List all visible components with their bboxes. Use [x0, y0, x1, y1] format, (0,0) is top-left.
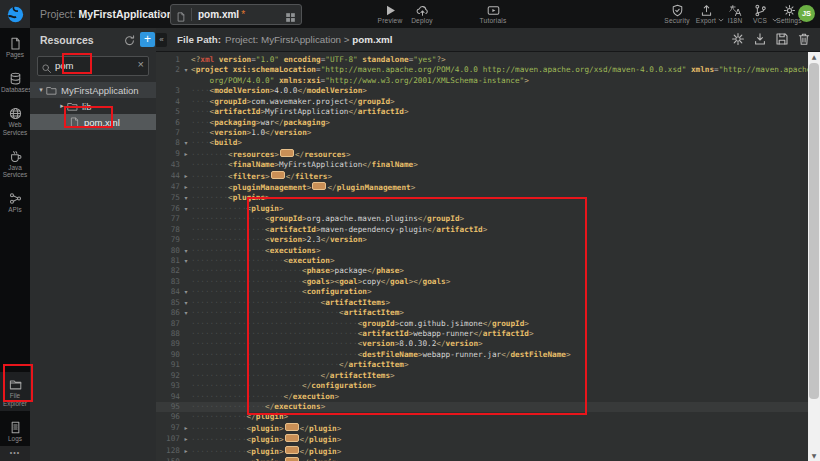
code-text[interactable]: ····························</artifactIt… — [190, 371, 819, 381]
tab-pom-xml[interactable]: pom.xml * — [170, 4, 302, 25]
save-icon[interactable] — [775, 32, 789, 46]
fold-marker-icon[interactable]: ▸ — [182, 434, 190, 444]
sidebar-item-databases[interactable]: Databases — [0, 66, 30, 97]
fold-marker-icon[interactable]: ▾ — [182, 298, 190, 308]
sidebar-item-file-explorer[interactable]: File Explorer — [0, 372, 30, 410]
code-text[interactable]: ········<finalName>MyFirstApplication</f… — [190, 160, 819, 170]
grid-icon[interactable] — [285, 9, 296, 20]
scrollbar-up-icon[interactable]: ▲ — [808, 52, 820, 62]
clear-search-icon[interactable]: × — [138, 58, 144, 70]
code-text[interactable]: ············<plugin></plugin> — [190, 457, 819, 461]
fold-marker-icon[interactable]: ▸ — [182, 149, 190, 159]
code-text[interactable]: ····<modelVersion>4.0.0</modelVersion> — [190, 86, 819, 96]
code-text[interactable]: ························<goals><goal>cop… — [190, 277, 819, 287]
code-text[interactable]: ································</artifa… — [190, 360, 819, 370]
fold-marker-icon[interactable]: ▸ — [182, 423, 190, 433]
scrollbar-down-icon[interactable]: ▼ — [808, 451, 820, 461]
download-icon[interactable] — [753, 32, 767, 46]
code-text[interactable]: <?xml version="1.0" encoding="UTF-8" sta… — [190, 55, 819, 65]
search-input[interactable] — [55, 57, 130, 73]
fold-marker-icon[interactable]: ▾ — [182, 256, 190, 266]
code-text[interactable]: ····························<artifactIte… — [190, 298, 819, 308]
code-text[interactable]: ····<version>1.0</version> — [190, 128, 819, 138]
scrollbar-thumb[interactable] — [809, 63, 819, 399]
user-avatar[interactable]: JS — [798, 5, 815, 22]
sidebar-item-pages[interactable]: Pages — [0, 31, 30, 62]
code-text[interactable]: ····<groupId>com.wavemaker.project</grou… — [190, 97, 819, 107]
fold-marker-icon[interactable]: ▸ — [182, 182, 190, 192]
code-editor[interactable]: 1<?xml version="1.0" encoding="UTF-8" st… — [156, 52, 820, 461]
preview-play-icon — [384, 3, 397, 16]
fold-marker-icon[interactable]: ▾ — [182, 287, 190, 297]
code-text[interactable]: ························<phase>package</… — [190, 266, 819, 276]
code-text[interactable]: ····················<execution> — [190, 256, 819, 266]
code-text[interactable]: ····································<des… — [190, 350, 819, 360]
folded-code-pill[interactable] — [280, 149, 294, 157]
sidebar-item-logs[interactable]: Logs — [0, 415, 30, 446]
tree-item-lib[interactable]: ▸ lib — [30, 98, 156, 114]
folded-code-pill[interactable] — [312, 182, 326, 190]
code-text[interactable]: ············<plugin> — [190, 204, 819, 214]
file-icon — [176, 9, 186, 21]
code-text[interactable]: ································<artifac… — [190, 308, 819, 318]
code-text[interactable]: ····································<ver… — [190, 339, 819, 349]
add-resource-button[interactable]: + — [140, 32, 155, 47]
code-text[interactable]: ····<build> — [190, 138, 819, 148]
fold-marker-icon[interactable]: ▾ — [182, 193, 190, 203]
code-text[interactable]: ············<plugin></plugin> — [190, 434, 819, 445]
code-text[interactable]: ········<filters></filters> — [190, 171, 819, 182]
code-text[interactable]: ············</plugin> — [190, 412, 819, 422]
code-text[interactable]: ············<plugin></plugin> — [190, 446, 819, 457]
sidebar-item-java-services[interactable]: Java Services — [0, 144, 30, 182]
trash-icon[interactable] — [797, 32, 811, 46]
code-text[interactable]: ····································<gro… — [190, 319, 819, 329]
fold-marker-icon[interactable]: ▸ — [182, 171, 190, 181]
code-line: 93························</configuratio… — [156, 381, 820, 391]
code-text[interactable]: ············<plugin></plugin> — [190, 423, 819, 434]
refresh-icon[interactable] — [123, 33, 136, 46]
fold-marker-icon[interactable]: ▸ — [182, 457, 190, 461]
expanded-arrow-icon[interactable]: ▾ — [36, 86, 46, 94]
sidebar-item-apis[interactable]: APIs — [0, 186, 30, 217]
fold-marker-icon[interactable]: ▾ — [182, 65, 190, 75]
code-text[interactable]: ················<version>2.3</version> — [190, 235, 819, 245]
deploy-button[interactable]: Deploy — [402, 3, 442, 27]
folded-code-pill[interactable] — [285, 446, 299, 454]
code-text[interactable]: ····································<art… — [190, 329, 819, 339]
code-text[interactable]: ········<resources></resources> — [190, 149, 819, 160]
code-text[interactable]: ················<executions> — [190, 246, 819, 256]
folded-code-pill[interactable] — [285, 423, 299, 431]
code-text[interactable]: ························</configuration> — [190, 381, 819, 391]
editor-scrollbar[interactable]: ▲ ▼ — [808, 52, 820, 461]
sidebar-top-items: PagesDatabasesWeb ServicesJava ServicesA… — [0, 28, 30, 217]
app-logo[interactable] — [0, 0, 30, 28]
code-text[interactable]: ········<pluginManagement></pluginManage… — [190, 182, 819, 193]
code-text[interactable]: ················<groupId>org.apache.mave… — [190, 214, 819, 224]
folded-code-pill[interactable] — [285, 434, 299, 442]
sidebar-item-web-services[interactable]: Web Services — [0, 101, 30, 139]
code-text[interactable]: ········<plugins> — [190, 193, 819, 203]
code-text[interactable]: ····<packaging>war</packaging> — [190, 118, 819, 128]
code-text[interactable]: ················<artifactId>maven-depend… — [190, 225, 819, 235]
tree-item-project-root[interactable]: ▾ MyFirstApplication — [30, 82, 156, 98]
fold-marker-icon[interactable]: ▾ — [182, 204, 190, 214]
code-text[interactable]: ····················</execution> — [190, 392, 819, 402]
folded-code-pill[interactable] — [285, 457, 299, 461]
fold-marker-icon[interactable]: ▾ — [182, 308, 190, 318]
fold-marker-icon[interactable]: ▾ — [182, 246, 190, 256]
gear-icon[interactable] — [731, 32, 745, 46]
code-text[interactable]: ····<artifactId>MyFirstApplication</arti… — [190, 107, 819, 117]
sidebar-more-button[interactable]: ••• — [0, 446, 30, 461]
collapse-panel-button[interactable]: « — [156, 33, 167, 47]
tutorials-button[interactable]: Tutorials — [473, 3, 513, 27]
tree-item-pom-xml[interactable]: pom.xml — [30, 114, 156, 130]
fold-marker-icon[interactable]: ▾ — [182, 138, 190, 148]
file-path-text: File Path:Project: MyFirstApplication > … — [177, 28, 393, 51]
fold-marker-icon[interactable]: ▸ — [182, 446, 190, 456]
collapsed-arrow-icon[interactable]: ▸ — [57, 102, 67, 110]
code-text[interactable]: ························<configuration> — [190, 287, 819, 297]
folded-code-pill[interactable] — [271, 171, 285, 179]
line-number: 44 — [156, 171, 182, 181]
code-text[interactable]: ················</executions> — [190, 402, 819, 412]
code-text[interactable]: <project xsi:schemaLocation="http://mave… — [190, 65, 819, 86]
